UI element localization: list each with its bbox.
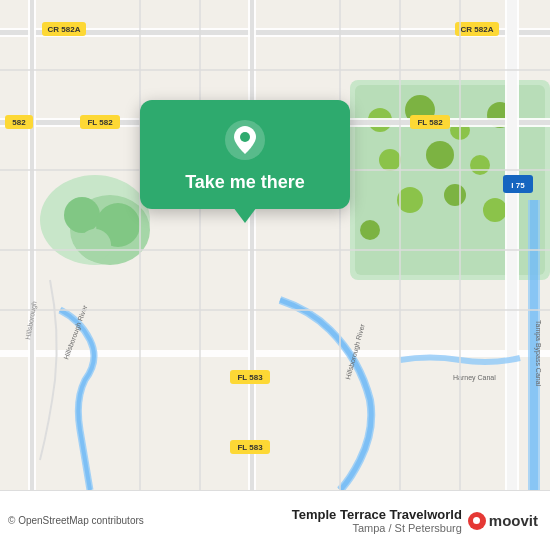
location-pin-icon — [223, 118, 267, 162]
bottom-bar: © OpenStreetMap contributors Temple Terr… — [0, 490, 550, 550]
svg-text:582: 582 — [12, 118, 26, 127]
svg-point-4 — [64, 197, 100, 233]
svg-point-64 — [240, 132, 250, 142]
location-name: Temple Terrace Travelworld — [292, 507, 462, 522]
svg-point-18 — [483, 198, 507, 222]
card-label: Take me there — [185, 172, 305, 193]
svg-text:Tampa Bypass Canal: Tampa Bypass Canal — [534, 320, 542, 387]
svg-point-16 — [397, 187, 423, 213]
map-container: CR 582A CR 582A 582 FL 582 FL 582 FL 583… — [0, 0, 550, 490]
svg-point-17 — [444, 184, 466, 206]
svg-text:CR 582A: CR 582A — [48, 25, 81, 34]
svg-text:FL 582: FL 582 — [417, 118, 443, 127]
svg-text:CR 582A: CR 582A — [461, 25, 494, 34]
svg-text:FL 582: FL 582 — [87, 118, 113, 127]
svg-point-15 — [470, 155, 490, 175]
attribution-text: © OpenStreetMap contributors — [8, 515, 144, 526]
svg-point-13 — [379, 149, 401, 171]
svg-text:FL 583: FL 583 — [237, 373, 263, 382]
moovit-logo: moovit — [468, 512, 538, 530]
svg-point-19 — [360, 220, 380, 240]
moovit-dot-icon — [468, 512, 486, 530]
svg-point-6 — [79, 229, 111, 261]
svg-rect-28 — [507, 0, 517, 490]
svg-text:FL 583: FL 583 — [237, 443, 263, 452]
moovit-text: moovit — [489, 512, 538, 529]
location-region: Tampa / St Petersburg — [292, 522, 462, 534]
svg-rect-26 — [30, 0, 34, 490]
location-text: Temple Terrace Travelworld Tampa / St Pe… — [292, 507, 462, 534]
location-card[interactable]: Take me there — [140, 100, 350, 209]
location-info: Temple Terrace Travelworld Tampa / St Pe… — [292, 507, 538, 534]
svg-rect-24 — [0, 350, 550, 357]
svg-rect-30 — [250, 0, 254, 490]
svg-text:I 75: I 75 — [511, 181, 525, 190]
svg-point-14 — [426, 141, 454, 169]
